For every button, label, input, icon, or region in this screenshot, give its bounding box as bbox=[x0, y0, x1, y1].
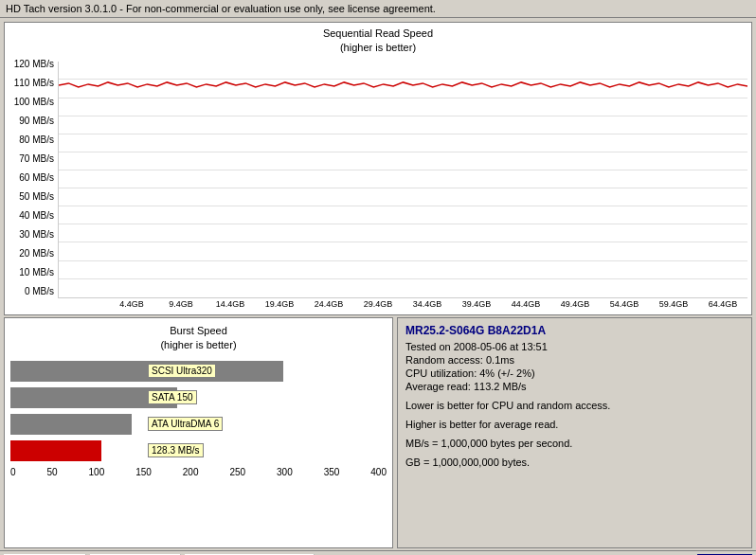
info-note4: GB = 1,000,000,000 bytes. bbox=[405, 457, 744, 468]
info-note1: Lower is better for CPU and random acces… bbox=[405, 400, 744, 411]
burst-x-label: 100 bbox=[89, 467, 105, 477]
burst-x-label: 250 bbox=[229, 467, 245, 477]
info-line3: CPU utilization: 4% (+/- 2%) bbox=[405, 367, 744, 379]
info-panel: MR25.2-S064G B8A22D1A Tested on 2008-05-… bbox=[397, 317, 752, 548]
y-axis-label: 50 MB/s bbox=[19, 192, 54, 202]
info-note3: MB/s = 1,000,000 bytes per second. bbox=[405, 438, 744, 449]
info-line4: Average read: 113.2 MB/s bbox=[405, 381, 744, 392]
burst-x-label: 150 bbox=[135, 467, 152, 477]
burst-x-label: 350 bbox=[324, 467, 340, 477]
y-axis-label: 0 MB/s bbox=[25, 287, 54, 296]
y-axis-label: 80 MB/s bbox=[19, 135, 54, 145]
info-note2: Higher is better for average read. bbox=[405, 419, 744, 430]
burst-x-label: 300 bbox=[277, 467, 293, 477]
chart-area bbox=[58, 62, 747, 298]
burst-x-label: 200 bbox=[183, 467, 199, 477]
burst-bar-label: SCSI Ultra320 bbox=[148, 364, 216, 378]
y-axis-label: 10 MB/s bbox=[19, 268, 54, 278]
x-axis-label: 34.4GB bbox=[403, 299, 452, 309]
drive-name: MR25.2-S064G B8A22D1A bbox=[405, 324, 744, 337]
burst-bar bbox=[10, 361, 283, 382]
burst-x-label: 50 bbox=[47, 467, 58, 477]
x-axis-label: 14.4GB bbox=[206, 299, 255, 309]
seq-chart-title: Sequential Read Speed (higher is better) bbox=[9, 27, 747, 56]
y-axis: 120 MB/s110 MB/s100 MB/s90 MB/s80 MB/s70… bbox=[9, 60, 58, 296]
x-axis-label: 59.4GB bbox=[649, 299, 698, 309]
burst-bar bbox=[10, 414, 132, 435]
title-bar: HD Tach version 3.0.1.0 - For non-commer… bbox=[0, 0, 756, 18]
info-line1: Tested on 2008-05-06 at 13:51 bbox=[405, 341, 744, 352]
burst-bar-row: ATA UltraDMA 6 bbox=[10, 414, 387, 435]
burst-bar-label: SATA 150 bbox=[148, 390, 197, 404]
x-axis-label: 39.4GB bbox=[452, 299, 501, 309]
y-axis-label: 70 MB/s bbox=[19, 154, 54, 164]
burst-bar-row: 128.3 MB/s bbox=[10, 440, 387, 461]
burst-chart-inner: SCSI Ultra320SATA 150ATA UltraDMA 6128.3… bbox=[10, 361, 387, 461]
y-axis-label: 20 MB/s bbox=[19, 249, 54, 259]
y-axis-label: 100 MB/s bbox=[14, 98, 54, 107]
title-text: HD Tach version 3.0.1.0 - For non-commer… bbox=[6, 3, 436, 14]
x-axis-label: 49.4GB bbox=[550, 299, 600, 309]
y-axis-label: 120 MB/s bbox=[14, 60, 54, 69]
x-axis-label: 9.4GB bbox=[156, 299, 206, 309]
burst-bar-row: SATA 150 bbox=[10, 387, 387, 408]
burst-x-label: 400 bbox=[370, 467, 387, 477]
burst-bar bbox=[10, 440, 101, 461]
x-axis-label: 24.4GB bbox=[304, 299, 353, 309]
burst-chart-container: Burst Speed (higher is better) SCSI Ultr… bbox=[4, 317, 393, 548]
x-axis-label: 44.4GB bbox=[501, 299, 550, 309]
seq-line-svg bbox=[59, 62, 747, 297]
burst-bar-row: SCSI Ultra320 bbox=[10, 361, 387, 382]
info-line2: Random access: 0.1ms bbox=[405, 354, 744, 366]
burst-bar-label: ATA UltraDMA 6 bbox=[148, 417, 223, 431]
x-axis-label: 19.4GB bbox=[255, 299, 304, 309]
y-axis-label: 40 MB/s bbox=[19, 211, 54, 221]
burst-x-axis: 050100150200250300350400 bbox=[10, 467, 387, 477]
sequential-chart-container: Sequential Read Speed (higher is better)… bbox=[4, 22, 752, 315]
y-axis-label: 60 MB/s bbox=[19, 173, 54, 183]
x-axis-label: 54.4GB bbox=[600, 299, 649, 309]
x-axis-labels: 4.4GB9.4GB14.4GB19.4GB24.4GB29.4GB34.4GB… bbox=[107, 299, 747, 309]
footer: Save Results Upload Results Compare Anot… bbox=[0, 550, 756, 555]
burst-chart-title: Burst Speed (higher is better) bbox=[10, 324, 387, 353]
x-axis-label: 4.4GB bbox=[107, 299, 156, 309]
y-axis-label: 30 MB/s bbox=[19, 230, 54, 240]
y-axis-label: 90 MB/s bbox=[19, 116, 54, 126]
burst-bar-label: 128.3 MB/s bbox=[148, 443, 204, 457]
x-axis-label: 29.4GB bbox=[353, 299, 403, 309]
y-axis-label: 110 MB/s bbox=[14, 79, 54, 88]
x-axis-label: 64.4GB bbox=[698, 299, 747, 309]
burst-x-label: 0 bbox=[10, 467, 16, 477]
